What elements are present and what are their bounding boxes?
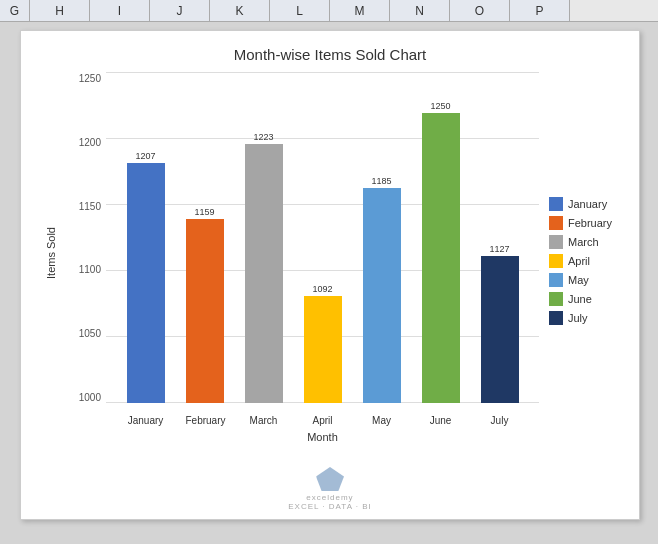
legend-item-march: March bbox=[549, 235, 624, 249]
x-label-july: July bbox=[481, 415, 519, 426]
bar-february bbox=[186, 219, 224, 403]
bar-group-july: 1127 bbox=[481, 244, 519, 403]
bar-value-label: 1250 bbox=[430, 101, 450, 111]
col-header-j: J bbox=[150, 0, 210, 21]
chart-container: Month-wise Items Sold Chart Items Sold 1… bbox=[20, 30, 640, 520]
y-tick: 1200 bbox=[66, 137, 106, 148]
legend-label-june: June bbox=[568, 293, 592, 305]
col-header-p: P bbox=[510, 0, 570, 21]
x-label-may: May bbox=[363, 415, 401, 426]
col-header-m: M bbox=[330, 0, 390, 21]
legend-color-february bbox=[549, 216, 563, 230]
legend-label-july: July bbox=[568, 312, 588, 324]
col-header-l: L bbox=[270, 0, 330, 21]
watermark-icon bbox=[316, 467, 344, 491]
y-axis-ticks: 100010501100115012001250 bbox=[66, 73, 106, 403]
bar-group-january: 1207 bbox=[127, 151, 165, 403]
legend-color-july bbox=[549, 311, 563, 325]
legend-item-june: June bbox=[549, 292, 624, 306]
bar-march bbox=[245, 144, 283, 403]
x-label-june: June bbox=[422, 415, 460, 426]
column-headers: GHIJKLMNOP bbox=[0, 0, 658, 22]
bar-value-label: 1185 bbox=[371, 176, 391, 186]
x-label-january: January bbox=[127, 415, 165, 426]
bar-value-label: 1159 bbox=[194, 207, 214, 217]
watermark-subtext: EXCEL · DATA · BI bbox=[288, 502, 372, 511]
x-label-april: April bbox=[304, 415, 342, 426]
legend-color-march bbox=[549, 235, 563, 249]
bar-april bbox=[304, 296, 342, 403]
watermark-text: exceldemy bbox=[306, 493, 353, 502]
x-axis-labels: JanuaryFebruaryMarchAprilMayJuneJuly bbox=[106, 410, 539, 426]
legend-label-january: January bbox=[568, 198, 607, 210]
legend: JanuaryFebruaryMarchAprilMayJuneJuly bbox=[539, 73, 624, 443]
bar-group-may: 1185 bbox=[363, 176, 401, 403]
legend-item-january: January bbox=[549, 197, 624, 211]
legend-item-may: May bbox=[549, 273, 624, 287]
spreadsheet-background: GHIJKLMNOP Month-wise Items Sold Chart I… bbox=[0, 0, 658, 544]
legend-item-february: February bbox=[549, 216, 624, 230]
bar-january bbox=[127, 163, 165, 403]
col-header-g: G bbox=[0, 0, 30, 21]
legend-item-april: April bbox=[549, 254, 624, 268]
watermark: exceldemy EXCEL · DATA · BI bbox=[288, 467, 372, 511]
bar-group-april: 1092 bbox=[304, 284, 342, 403]
bar-value-label: 1223 bbox=[253, 132, 273, 142]
legend-item-july: July bbox=[549, 311, 624, 325]
legend-label-february: February bbox=[568, 217, 612, 229]
x-label-march: March bbox=[245, 415, 283, 426]
bar-value-label: 1127 bbox=[489, 244, 509, 254]
bars-area: 1207115912231092118512501127 bbox=[106, 73, 539, 403]
col-header-k: K bbox=[210, 0, 270, 21]
legend-label-may: May bbox=[568, 274, 589, 286]
x-axis-title: Month bbox=[106, 431, 539, 443]
y-tick: 1050 bbox=[66, 328, 106, 339]
bar-group-february: 1159 bbox=[186, 207, 224, 403]
y-axis-label: Items Sold bbox=[45, 227, 57, 279]
legend-color-january bbox=[549, 197, 563, 211]
legend-color-april bbox=[549, 254, 563, 268]
y-tick: 1100 bbox=[66, 264, 106, 275]
chart-title: Month-wise Items Sold Chart bbox=[36, 46, 624, 63]
legend-label-march: March bbox=[568, 236, 599, 248]
bar-may bbox=[363, 188, 401, 403]
col-header-n: N bbox=[390, 0, 450, 21]
y-tick: 1150 bbox=[66, 201, 106, 212]
bar-group-june: 1250 bbox=[422, 101, 460, 403]
bar-value-label: 1092 bbox=[312, 284, 332, 294]
bar-july bbox=[481, 256, 519, 403]
bar-group-march: 1223 bbox=[245, 132, 283, 403]
x-label-february: February bbox=[186, 415, 224, 426]
col-header-o: O bbox=[450, 0, 510, 21]
legend-color-june bbox=[549, 292, 563, 306]
y-tick: 1000 bbox=[66, 392, 106, 403]
bars-wrapper: 1207115912231092118512501127 bbox=[106, 73, 539, 403]
col-header-h: H bbox=[30, 0, 90, 21]
bar-value-label: 1207 bbox=[135, 151, 155, 161]
y-tick: 1250 bbox=[66, 73, 106, 84]
bar-june bbox=[422, 113, 460, 403]
legend-color-may bbox=[549, 273, 563, 287]
y-axis-label-container: Items Sold bbox=[36, 73, 66, 433]
col-header-i: I bbox=[90, 0, 150, 21]
legend-label-april: April bbox=[568, 255, 590, 267]
